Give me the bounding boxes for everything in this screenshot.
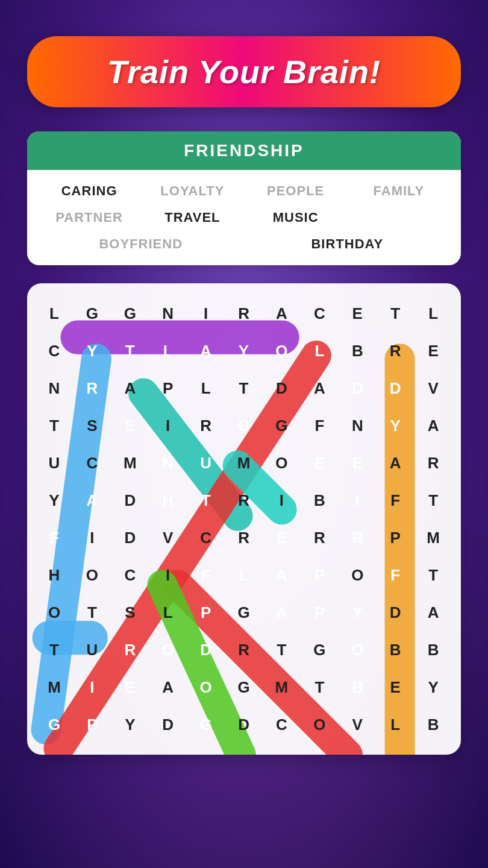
cell-4-4: U: [188, 445, 224, 481]
cell-7-3: I: [150, 557, 186, 593]
cell-6-3: V: [150, 520, 186, 556]
cell-7-7: P: [301, 557, 337, 593]
cell-0-6: A: [263, 295, 299, 332]
cell-3-8: N: [339, 407, 375, 444]
cell-6-9: P: [377, 520, 413, 556]
word-loyalty: LOYALTY: [142, 181, 242, 201]
cell-10-5: G: [226, 669, 262, 705]
cell-1-0: C: [36, 333, 72, 369]
cell-3-5: G: [226, 407, 262, 444]
cell-8-0: O: [36, 594, 72, 631]
cell-0-7: C: [301, 295, 337, 332]
cell-4-3: N: [150, 445, 186, 481]
cell-5-2: D: [112, 482, 148, 518]
main-content: Train Your Brain! FRIENDSHIP CARING LOYA…: [0, 0, 488, 767]
cell-7-2: C: [112, 557, 148, 593]
cell-11-8: V: [339, 706, 375, 743]
cell-5-9: F: [377, 482, 413, 518]
cell-11-10: B: [415, 706, 451, 743]
cell-10-0: M: [36, 669, 72, 705]
cell-6-5: R: [226, 520, 262, 556]
cell-6-7: R: [301, 520, 337, 556]
cell-1-4: A: [188, 333, 224, 369]
cell-8-2: S: [112, 594, 148, 631]
cell-5-4: T: [188, 482, 224, 518]
cell-4-2: M: [112, 445, 148, 481]
cell-3-10: A: [415, 407, 451, 444]
cell-4-7: E: [301, 445, 337, 481]
cell-0-5: R: [226, 295, 262, 332]
cell-10-1: I: [74, 669, 110, 705]
cell-10-10: Y: [415, 669, 451, 705]
cell-0-3: N: [150, 295, 186, 332]
cell-1-8: B: [339, 333, 375, 369]
cell-1-6: O: [263, 333, 299, 369]
cell-4-0: U: [36, 445, 72, 481]
cell-10-8: B: [339, 669, 375, 705]
cell-2-10: V: [415, 370, 451, 406]
cell-7-9: F: [377, 557, 413, 593]
cell-11-3: D: [150, 706, 186, 743]
cell-0-9: T: [377, 295, 413, 332]
cell-7-8: O: [339, 557, 375, 593]
word-birthday: BIRTHDAY: [246, 234, 449, 254]
cell-10-2: E: [112, 669, 148, 705]
cell-11-2: Y: [112, 706, 148, 743]
word-boyfriend: BOYFRIEND: [39, 234, 243, 254]
cell-11-5: D: [226, 706, 262, 743]
train-banner: Train Your Brain!: [27, 36, 461, 107]
banner-title: Train Your Brain!: [51, 53, 437, 90]
cell-3-4: R: [188, 407, 224, 444]
cell-6-10: M: [415, 520, 451, 556]
cell-9-1: U: [74, 632, 110, 668]
cell-1-5: Y: [226, 333, 262, 369]
cell-6-6: E: [263, 520, 299, 556]
cell-6-1: I: [74, 520, 110, 556]
cell-5-7: B: [301, 482, 337, 518]
cell-7-5: L: [226, 557, 262, 593]
cell-4-6: O: [263, 445, 299, 481]
cell-9-2: R: [112, 632, 148, 668]
cell-7-10: T: [415, 557, 451, 593]
cell-9-10: B: [415, 632, 451, 668]
word-travel: TRAVEL: [142, 207, 242, 228]
cell-8-10: A: [415, 594, 451, 631]
cell-9-7: G: [301, 632, 337, 668]
cell-5-5: R: [226, 482, 262, 518]
cell-11-1: P: [74, 706, 110, 743]
cell-2-2: A: [112, 370, 148, 406]
cell-5-10: T: [415, 482, 451, 518]
cell-9-6: T: [263, 632, 299, 668]
cell-0-0: L: [36, 295, 72, 332]
cell-4-5: M: [226, 445, 262, 481]
cell-1-9: R: [377, 333, 413, 369]
cell-0-4: I: [188, 295, 224, 332]
cell-7-4: F: [188, 557, 224, 593]
word-music: MUSIC: [246, 207, 346, 228]
cell-11-4: G: [188, 706, 224, 743]
cell-0-8: E: [339, 295, 375, 332]
cell-0-1: G: [74, 295, 110, 332]
cell-6-4: C: [188, 520, 224, 556]
word-list: CARING LOYALTY PEOPLE FAMILY PARTNER TRA…: [27, 170, 461, 265]
cell-2-3: P: [150, 370, 186, 406]
cell-5-1: A: [74, 482, 110, 518]
cell-9-4: D: [188, 632, 224, 668]
cell-5-6: I: [263, 482, 299, 518]
cell-8-4: P: [188, 594, 224, 631]
cell-1-7: L: [301, 333, 337, 369]
cell-7-0: H: [36, 557, 72, 593]
cell-2-6: D: [263, 370, 299, 406]
cell-9-3: O: [150, 632, 186, 668]
cell-3-1: S: [74, 407, 110, 444]
cell-1-3: L: [150, 333, 186, 369]
cell-7-6: A: [263, 557, 299, 593]
cell-3-9: Y: [377, 407, 413, 444]
cell-2-8: D: [339, 370, 375, 406]
cell-8-7: P: [301, 594, 337, 631]
word-family: FAMILY: [349, 181, 449, 201]
cell-11-7: O: [301, 706, 337, 743]
cell-10-6: M: [263, 669, 299, 705]
cell-3-7: F: [301, 407, 337, 444]
cell-0-2: G: [112, 295, 148, 332]
